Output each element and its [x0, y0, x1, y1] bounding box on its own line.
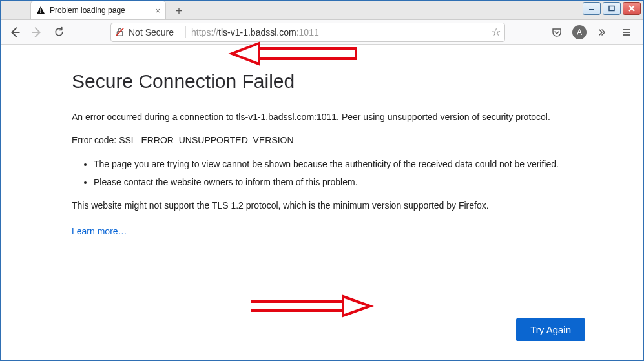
svg-rect-1	[609, 6, 614, 11]
reload-icon	[54, 26, 65, 37]
pocket-button[interactable]	[548, 23, 566, 41]
warning-icon	[36, 6, 45, 15]
window-caption-controls	[583, 2, 641, 15]
url-host: tls-v1-1.badssl.com	[218, 27, 296, 37]
error-title: Secure Connection Failed	[72, 70, 643, 92]
url-text: https://tls-v1-1.badssl.com:1011	[191, 27, 492, 37]
tab-close-button[interactable]: ×	[155, 6, 160, 15]
maximize-icon	[608, 5, 616, 12]
error-tls-note: This website might not support the TLS 1…	[72, 199, 588, 212]
error-details-list: The page you are trying to view cannot b…	[94, 158, 588, 189]
lock-insecure-icon	[115, 27, 125, 37]
forward-arrow-icon	[31, 26, 43, 38]
chevron-double-right-icon	[597, 27, 607, 37]
svg-rect-5	[40, 12, 41, 13]
url-bar[interactable]: Not Secure https://tls-v1-1.badssl.com:1…	[110, 23, 505, 42]
back-arrow-icon	[9, 26, 21, 38]
back-button[interactable]	[6, 23, 24, 41]
try-again-button[interactable]: Try Again	[516, 318, 585, 341]
close-icon	[628, 5, 636, 12]
overflow-button[interactable]	[593, 23, 611, 41]
toolbar: Not Secure https://tls-v1-1.badssl.com:1…	[1, 20, 643, 45]
tab-title: Problem loading page	[50, 6, 125, 15]
minimize-icon	[588, 5, 596, 12]
close-window-button[interactable]	[623, 2, 641, 15]
arrow-right-icon	[246, 293, 375, 319]
error-code: Error code: SSL_ERROR_UNSUPPORTED_VERSIO…	[72, 134, 588, 147]
browser-window: Problem loading page × + Not Secure http…	[0, 0, 644, 361]
new-tab-button[interactable]: +	[170, 3, 188, 19]
profile-avatar-button[interactable]: A	[572, 25, 587, 39]
learn-more-link[interactable]: Learn more…	[72, 226, 127, 236]
error-summary: An error occurred during a connection to…	[72, 110, 588, 123]
error-detail-item: Please contact the website owners to inf…	[94, 176, 588, 189]
minimize-button[interactable]	[583, 2, 601, 15]
url-scheme: https://	[191, 27, 218, 37]
divider	[185, 26, 186, 38]
maximize-button[interactable]	[603, 2, 621, 15]
hamburger-menu-button[interactable]	[618, 23, 636, 41]
tab-problem-loading[interactable]: Problem loading page ×	[30, 1, 166, 19]
annotation-arrow-title	[227, 39, 362, 70]
error-page-content: Secure Connection Failed An error occurr…	[1, 45, 643, 360]
hamburger-icon	[621, 27, 632, 37]
svg-rect-4	[40, 8, 41, 11]
url-port: :1011	[296, 27, 319, 37]
error-detail-item: The page you are trying to view cannot b…	[94, 158, 588, 170]
annotation-arrow-button	[246, 293, 375, 322]
toolbar-right-icons: A	[548, 23, 636, 41]
forward-button[interactable]	[28, 23, 46, 41]
bookmark-star-button[interactable]: ☆	[492, 26, 501, 38]
security-label: Not Secure	[129, 27, 174, 37]
error-body: An error occurred during a connection to…	[72, 110, 588, 236]
pocket-icon	[552, 27, 562, 37]
tab-strip: Problem loading page × +	[1, 1, 643, 20]
reload-button[interactable]	[50, 23, 68, 41]
